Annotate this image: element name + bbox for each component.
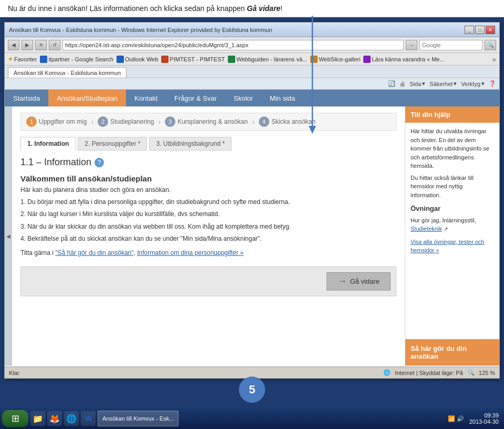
arrow-pointer — [307, 16, 318, 136]
taskbar-active-window[interactable]: Ansökan till Komvux - Esk... — [98, 411, 178, 426]
browser-titlebar: Ansökan till Komvux - Eskilstuna kommun … — [5, 23, 499, 37]
browser-window-controls: _ □ ✕ — [465, 26, 495, 34]
star-icon: ★ — [8, 56, 13, 62]
instruction-highlight: Gå vidare — [247, 4, 280, 13]
section-heading: 1.1 – Information ? — [20, 157, 396, 168]
fav-outlook[interactable]: Outlook Web — [117, 56, 158, 63]
footer-link-2[interactable]: Information om dina personuppgifter » — [137, 249, 244, 256]
refresh-icon: 🔄 — [388, 80, 395, 87]
tray-volume: 🔊 — [457, 415, 464, 422]
section-title: 1.1 – Information — [20, 157, 91, 168]
safety-label: Säkerhet — [429, 81, 453, 87]
start-button[interactable]: ⊞ — [2, 410, 28, 427]
windows-logo: ⊞ — [12, 413, 19, 424]
refresh-button[interactable]: ↺ — [49, 40, 60, 50]
fav-lara[interactable]: Lära känna varandra « Me... — [363, 56, 444, 63]
go-vidare-label: Gå vidare — [350, 277, 380, 285]
tab-personuppgifter[interactable]: 2. Personuppgifter * — [78, 137, 147, 151]
nav-kontakt[interactable]: Kontakt — [126, 90, 166, 106]
favorites-text: Favoriter — [14, 56, 37, 62]
studieteknik-link[interactable]: Studieteknik — [411, 226, 442, 232]
maximize-button[interactable]: □ — [475, 26, 485, 34]
sidebar-help-title: Till din hjälp — [411, 111, 450, 119]
step-arrow-3: › — [252, 117, 255, 126]
go-forward-area: → Gå vidare — [20, 266, 396, 296]
search-submit[interactable]: 🔍 — [485, 40, 496, 50]
fav-icon-webbguiden — [228, 56, 235, 63]
taskbar-ie[interactable]: 🌐 — [64, 411, 79, 426]
close-button[interactable]: ✕ — [486, 26, 495, 34]
favorites-more[interactable]: » — [492, 55, 496, 63]
word-icon: W — [85, 414, 91, 423]
status-ready: Klar — [9, 370, 19, 376]
stop-button[interactable]: ✕ — [35, 40, 47, 50]
sidebar-toggle[interactable]: ◀ — [5, 106, 12, 366]
site-navigation: Startsida Ansökan/Studieplan Kontakt Frå… — [5, 90, 499, 106]
taskbar-firefox[interactable]: 🦊 — [47, 411, 62, 426]
browser-toolbar-row: 🔄 🖨 Sida ▾ Säkerhet ▾ Verktyg ▾ ❓ — [5, 78, 499, 90]
browser-tab-active[interactable]: Ansökan till Komvux - Eskilstuna kommun — [8, 67, 127, 78]
nav-fragor-label: Frågor & Svar — [174, 94, 217, 102]
toolbar-help[interactable]: ❓ — [489, 80, 496, 87]
toolbar-tools[interactable]: Verktyg ▾ — [461, 80, 485, 87]
fav-webslice[interactable]: WebSlice-galleri — [310, 56, 360, 63]
step-1-label: Uppgifter om mig — [39, 118, 87, 125]
nav-kontakt-label: Kontakt — [134, 94, 158, 102]
fav-webbguiden[interactable]: Webbguiden - lärarens vä... — [228, 56, 307, 63]
fav-icon-outlook — [117, 56, 124, 63]
svg-marker-1 — [309, 126, 316, 134]
step-2-num: 2 — [98, 116, 108, 127]
favorites-bar: ★ Favoriter itpartner - Google Search Ou… — [5, 53, 499, 66]
go-vidare-button[interactable]: → Gå vidare — [327, 272, 391, 291]
nav-ansokan[interactable]: Ansökan/Studieplan — [48, 90, 126, 106]
nav-minsida-label: Min sida — [270, 94, 295, 102]
tab-utbildning[interactable]: 3. Utbildningsbakgrund * — [149, 137, 232, 151]
page-label: Sida — [410, 81, 421, 87]
fav-pimtest[interactable]: PIMTEST - PIMTEST — [161, 56, 225, 63]
content-area: 1 Uppgifter om mig › 2 Studieplanering ›… — [12, 106, 405, 366]
welcome-subtitle: Här kan du planera dina studier och göra… — [20, 185, 396, 195]
system-clock: 09:39 2013-04-30 — [466, 412, 502, 425]
toolbar-refresh[interactable]: 🔄 — [388, 80, 395, 87]
browser-addressbar: ◀ ▶ ✕ ↺ → 🔍 — [5, 37, 499, 53]
sidebar-section-title: Övningar — [411, 203, 494, 214]
toolbar-safety[interactable]: Säkerhet ▾ — [429, 80, 457, 87]
taskbar-explorer[interactable]: 📁 — [30, 411, 45, 426]
footer-link-1[interactable]: "Så här gör du din ansökan" — [55, 249, 133, 256]
nav-startsida[interactable]: Startsida — [5, 90, 48, 106]
nav-skolor-label: Skolor — [234, 94, 253, 102]
favorites-label: ★ Favoriter — [8, 56, 37, 62]
fav-itpartner-label: itpartner - Google Search — [48, 56, 113, 62]
toolbar-print[interactable]: 🖨 — [400, 81, 405, 87]
fav-itpartner[interactable]: itpartner - Google Search — [40, 56, 113, 63]
taskbar-word[interactable]: W — [81, 411, 96, 426]
tray-icons: 📶 🔊 — [448, 415, 464, 422]
nav-skolor[interactable]: Skolor — [225, 90, 261, 106]
sidebar-help-header: Till din hjälp — [405, 106, 499, 123]
nav-fragor[interactable]: Frågor & Svar — [166, 90, 225, 106]
help-button[interactable]: ? — [94, 158, 104, 167]
toolbar-page[interactable]: Sida ▾ — [410, 80, 425, 87]
step-2-label: Studieplanering — [110, 118, 154, 125]
search-box[interactable] — [419, 40, 482, 50]
fav-icon-pimtest — [161, 56, 169, 63]
step-text-2-content: 2. När du lagt kurser i Min kurslista vä… — [20, 210, 219, 218]
footer-text: Titta gärna i "Så här gör du din ansökan… — [20, 248, 396, 258]
clock-date: 2013-04-30 — [469, 419, 499, 425]
nav-minsida[interactable]: Min sida — [261, 90, 303, 106]
back-button[interactable]: ◀ — [8, 40, 19, 50]
step-arrow-1: › — [91, 117, 93, 126]
all-exercises-text[interactable]: Visa alla övningar, tester och hemsidor … — [411, 239, 484, 254]
fav-lara-label: Lära känna varandra « Me... — [372, 56, 444, 62]
tab-information[interactable]: 1. Information — [20, 137, 76, 151]
go-button[interactable]: → — [406, 40, 417, 50]
forward-button[interactable]: ▶ — [22, 40, 33, 50]
instruction-bar: Nu är du inne i ansökan! Läs information… — [0, 0, 504, 17]
fav-icon-itpartner — [40, 56, 47, 63]
minimize-button[interactable]: _ — [465, 26, 474, 34]
sidebar-bottom-box[interactable]: Så här gör du din ansökan — [405, 339, 499, 366]
step-3-num: 3 — [165, 116, 175, 127]
address-bar[interactable] — [62, 40, 404, 50]
browser-window: Ansökan till Komvux - Eskilstuna kommun … — [4, 22, 500, 379]
fav-webslice-label: WebSlice-galleri — [319, 56, 360, 62]
